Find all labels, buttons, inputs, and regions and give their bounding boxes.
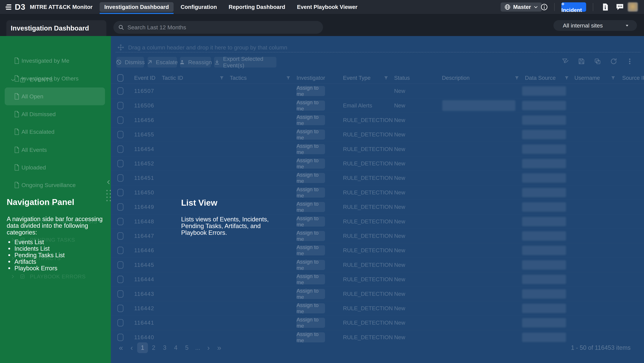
row-checkbox[interactable] bbox=[118, 116, 124, 124]
table-row[interactable]: 116456 Assign to me RULE_DETECTION New bbox=[111, 113, 644, 127]
table-row[interactable]: 116452 Assign to me RULE_DETECTION New bbox=[111, 156, 644, 171]
assign-to-me-button[interactable]: Assign to me bbox=[296, 231, 325, 241]
column-header-username[interactable]: Username bbox=[574, 72, 600, 84]
column-header-investigator[interactable]: Investigator bbox=[296, 72, 325, 84]
assign-to-me-button[interactable]: Assign to me bbox=[296, 144, 325, 154]
reassign-button[interactable]: Reassign bbox=[180, 57, 211, 67]
page-number-button[interactable]: 4 bbox=[170, 342, 181, 353]
table-row[interactable]: 116443 Assign to me RULE_DETECTION New bbox=[111, 287, 644, 301]
page-number-button[interactable]: 3 bbox=[159, 342, 170, 353]
topnav-item[interactable]: MITRE ATT&CK Monitor bbox=[25, 2, 97, 12]
table-row[interactable]: 116454 Assign to me RULE_DETECTION New bbox=[111, 142, 644, 156]
table-row[interactable]: 116441 Assign to me RULE_DETECTION New bbox=[111, 315, 644, 330]
row-checkbox[interactable] bbox=[118, 247, 124, 254]
avatar[interactable] bbox=[628, 2, 638, 11]
export-selected-event-s-button[interactable]: Export Selected Event(s) bbox=[214, 57, 276, 67]
table-row[interactable]: 116450 Assign to me RULE_DETECTION New bbox=[111, 185, 644, 200]
assign-to-me-button[interactable]: Assign to me bbox=[296, 173, 325, 183]
sidebar-item[interactable]: Investigated by Me bbox=[5, 52, 105, 69]
filter-funnel-icon[interactable] bbox=[564, 75, 569, 80]
table-row[interactable]: 116444 Assign to me RULE_DETECTION New bbox=[111, 272, 644, 287]
page-prev-button[interactable]: ‹ bbox=[126, 342, 137, 353]
escalate-button[interactable]: Escalate bbox=[148, 57, 177, 67]
row-checkbox[interactable] bbox=[118, 189, 124, 196]
filter-funnel-icon[interactable] bbox=[611, 75, 616, 80]
assign-to-me-button[interactable]: Assign to me bbox=[296, 274, 325, 284]
column-header-source-ip[interactable]: Source IP bbox=[622, 72, 644, 84]
save-icon[interactable] bbox=[578, 57, 585, 65]
row-checkbox[interactable] bbox=[118, 305, 124, 312]
assign-to-me-button[interactable]: Assign to me bbox=[296, 318, 325, 328]
table-row[interactable]: 116507 Assign to me New bbox=[111, 84, 644, 98]
row-checkbox[interactable] bbox=[118, 102, 124, 109]
assign-to-me-button[interactable]: Assign to me bbox=[296, 130, 325, 140]
refresh-icon[interactable] bbox=[610, 57, 618, 65]
assign-to-me-button[interactable]: Assign to me bbox=[296, 159, 325, 169]
page-next-button[interactable]: › bbox=[203, 342, 214, 353]
row-checkbox[interactable] bbox=[118, 261, 124, 269]
row-checkbox[interactable] bbox=[118, 232, 124, 240]
release-notes-icon[interactable] bbox=[602, 0, 609, 14]
row-checkbox[interactable] bbox=[118, 319, 124, 327]
column-header-description[interactable]: Description bbox=[442, 72, 470, 84]
assign-to-me-button[interactable]: Assign to me bbox=[296, 86, 325, 96]
sidebar-collapse-icon[interactable] bbox=[106, 179, 111, 186]
chevron-right-icon[interactable] bbox=[10, 274, 15, 279]
assign-to-me-button[interactable]: Assign to me bbox=[296, 100, 325, 111]
column-header-status[interactable]: Status bbox=[394, 72, 410, 84]
row-checkbox[interactable] bbox=[118, 276, 124, 283]
column-header-event-type[interactable]: Event Type bbox=[343, 72, 371, 84]
sidebar-item[interactable]: All Dismissed bbox=[5, 105, 105, 123]
assign-to-me-button[interactable]: Assign to me bbox=[296, 303, 325, 313]
row-checkbox[interactable] bbox=[118, 145, 124, 153]
assign-to-me-button[interactable]: Assign to me bbox=[296, 260, 325, 270]
table-row[interactable]: 116445 Assign to me RULE_DETECTION New bbox=[111, 258, 644, 272]
table-row[interactable]: 116451 Assign to me RULE_DETECTION New bbox=[111, 171, 644, 185]
column-header-tactics[interactable]: Tactics bbox=[230, 72, 247, 84]
page-last-button[interactable]: » bbox=[214, 342, 224, 353]
table-row[interactable]: 116442 Assign to me RULE_DETECTION New bbox=[111, 301, 644, 316]
select-all-checkbox[interactable] bbox=[118, 74, 124, 82]
d3-logo[interactable]: D3 bbox=[5, 0, 25, 14]
column-header-tactic-id[interactable]: Tactic ID bbox=[162, 72, 183, 84]
row-checkbox[interactable] bbox=[118, 334, 124, 341]
dismiss-button[interactable]: Dismiss bbox=[116, 57, 144, 67]
topnav-item[interactable]: Event Playbook Viewer bbox=[292, 2, 362, 12]
row-checkbox[interactable] bbox=[118, 160, 124, 167]
assign-to-me-button[interactable]: Assign to me bbox=[296, 115, 325, 125]
sidebar-item[interactable]: All Events bbox=[5, 141, 105, 159]
sidebar-item[interactable]: Investigated by Others bbox=[5, 69, 105, 87]
group-by-dropzone[interactable]: Drag a column header and drop it here to… bbox=[118, 43, 287, 52]
row-checkbox[interactable] bbox=[118, 290, 124, 298]
assign-to-me-button[interactable]: Assign to me bbox=[296, 188, 325, 198]
sidebar-item[interactable]: Ongoing Surveillance bbox=[5, 176, 105, 194]
assign-to-me-button[interactable]: Assign to me bbox=[296, 245, 325, 255]
row-checkbox[interactable] bbox=[118, 131, 124, 138]
row-checkbox[interactable] bbox=[118, 87, 124, 95]
assign-to-me-button[interactable]: Assign to me bbox=[296, 332, 325, 342]
column-header-event-id[interactable]: Event ID bbox=[134, 72, 156, 84]
topnav-item[interactable]: Investigation Dashboard bbox=[100, 2, 174, 12]
sidebar-item[interactable]: All Escalated bbox=[5, 123, 105, 141]
row-checkbox[interactable] bbox=[118, 203, 124, 211]
site-selector[interactable]: Master bbox=[500, 2, 542, 11]
column-header-data-source[interactable]: Data Source bbox=[525, 72, 556, 84]
more-icon[interactable] bbox=[626, 57, 634, 65]
page-number-button[interactable]: 5 bbox=[182, 342, 192, 353]
filter-funnel-icon[interactable] bbox=[514, 75, 519, 80]
site-filter-dropdown[interactable]: All internal sites bbox=[554, 20, 637, 31]
row-checkbox[interactable] bbox=[118, 174, 124, 182]
assign-to-me-button[interactable]: Assign to me bbox=[296, 217, 325, 227]
filter-clear-icon[interactable] bbox=[562, 57, 569, 65]
sidebar-item[interactable]: Uploaded bbox=[5, 159, 105, 176]
row-checkbox[interactable] bbox=[118, 218, 124, 225]
page-number-button[interactable]: 1 bbox=[137, 342, 148, 353]
filter-funnel-icon[interactable] bbox=[219, 75, 224, 80]
search-input[interactable] bbox=[127, 24, 318, 31]
copy-icon[interactable] bbox=[594, 57, 602, 65]
new-incident-button[interactable]: + Incident bbox=[561, 2, 586, 12]
table-row[interactable]: 116446 Assign to me RULE_DETECTION New bbox=[111, 243, 644, 258]
filter-funnel-icon[interactable] bbox=[384, 75, 388, 80]
chat-icon[interactable] bbox=[616, 0, 624, 14]
sidebar-section-collapsed[interactable]: PLAYBOOK ERRORS bbox=[10, 271, 86, 282]
